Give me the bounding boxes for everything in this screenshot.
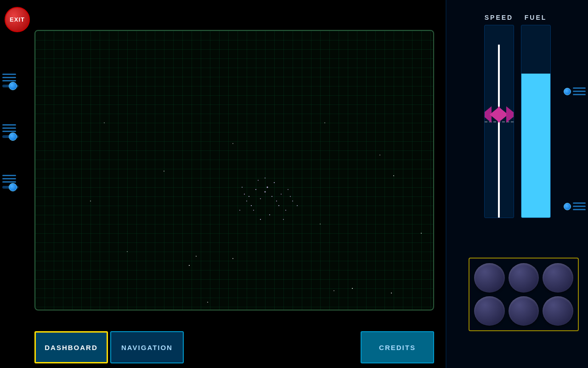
svg-point-26 bbox=[246, 201, 247, 201]
r-line-1 bbox=[573, 87, 586, 89]
slider-track-mid[interactable] bbox=[2, 135, 18, 138]
slider-track-top[interactable] bbox=[2, 85, 18, 87]
svg-point-44 bbox=[127, 251, 128, 252]
slider-knob-bot[interactable] bbox=[9, 183, 17, 191]
svg-point-40 bbox=[232, 258, 233, 259]
svg-point-3 bbox=[232, 143, 233, 144]
svg-point-11 bbox=[352, 288, 353, 289]
right-knob-top[interactable] bbox=[564, 88, 571, 95]
r-line-4 bbox=[573, 202, 586, 204]
slider-knob-row-top[interactable] bbox=[2, 85, 18, 87]
r-line-6 bbox=[573, 209, 586, 210]
r-line-5 bbox=[573, 206, 586, 207]
svg-point-19 bbox=[281, 194, 282, 195]
svg-point-34 bbox=[297, 205, 298, 206]
svg-point-17 bbox=[276, 201, 277, 201]
right-slider-top bbox=[564, 87, 588, 95]
right-lines-top bbox=[573, 87, 586, 95]
svg-point-30 bbox=[265, 178, 266, 178]
svg-point-5 bbox=[393, 175, 394, 176]
svg-point-28 bbox=[274, 182, 275, 183]
speed-arrows bbox=[484, 106, 514, 123]
speed-gauge-bar bbox=[484, 25, 514, 218]
svg-point-25 bbox=[260, 219, 261, 220]
svg-point-12 bbox=[265, 191, 266, 193]
right-lines-bottom bbox=[573, 202, 586, 210]
svg-point-14 bbox=[255, 189, 256, 190]
right-panel: SPEED FUEL bbox=[446, 0, 588, 368]
svg-point-20 bbox=[288, 189, 288, 190]
left-slider-mid bbox=[2, 124, 18, 138]
svg-point-9 bbox=[334, 290, 334, 291]
r-line-2 bbox=[573, 91, 586, 92]
fuel-gauge-bar bbox=[521, 25, 551, 218]
fuel-label: FUEL bbox=[525, 14, 547, 21]
svg-point-22 bbox=[253, 210, 254, 211]
exit-button[interactable]: EXIT bbox=[5, 7, 30, 32]
svg-point-4 bbox=[164, 171, 164, 172]
buttons-grid bbox=[469, 258, 579, 331]
svg-point-33 bbox=[283, 219, 284, 220]
main-map bbox=[34, 30, 434, 310]
left-slider-top bbox=[2, 74, 18, 87]
svg-point-21 bbox=[249, 196, 249, 197]
slider-line-9 bbox=[2, 181, 16, 183]
svg-point-32 bbox=[258, 180, 259, 181]
svg-point-0 bbox=[104, 122, 105, 123]
grid-btn-5[interactable] bbox=[509, 296, 539, 326]
credits-button[interactable]: CREDITS bbox=[361, 331, 434, 363]
svg-point-13 bbox=[260, 198, 261, 199]
svg-point-41 bbox=[189, 265, 190, 266]
svg-point-29 bbox=[244, 194, 245, 195]
svg-point-16 bbox=[267, 187, 268, 188]
svg-point-43 bbox=[421, 233, 422, 234]
star-field bbox=[35, 31, 433, 310]
svg-point-35 bbox=[239, 210, 240, 211]
slider-line-8 bbox=[2, 178, 16, 179]
speed-gauge-container: SPEED bbox=[484, 14, 514, 218]
grid-btn-3[interactable] bbox=[543, 263, 573, 293]
grid-btn-6[interactable] bbox=[543, 296, 573, 326]
bottom-nav: DASHBOARD NAVIGATION CREDITS bbox=[34, 329, 434, 366]
svg-point-8 bbox=[196, 256, 197, 257]
slider-line-2 bbox=[2, 77, 16, 78]
slider-line-7 bbox=[2, 175, 16, 176]
right-slider-bottom bbox=[564, 202, 588, 210]
gauges-row: SPEED FUEL bbox=[484, 14, 551, 218]
slider-line-3 bbox=[2, 80, 16, 81]
svg-point-10 bbox=[391, 293, 392, 293]
right-knob-bottom[interactable] bbox=[564, 203, 571, 210]
svg-point-37 bbox=[242, 187, 243, 188]
dashboard-button[interactable]: DASHBOARD bbox=[34, 331, 108, 363]
svg-point-42 bbox=[320, 224, 321, 224]
svg-point-27 bbox=[278, 205, 279, 206]
left-controls bbox=[0, 74, 28, 189]
slider-knob-row-bot[interactable] bbox=[2, 186, 18, 189]
grid-btn-4[interactable] bbox=[474, 296, 505, 326]
fuel-gauge-container: FUEL bbox=[521, 14, 551, 218]
left-slider-bottom bbox=[2, 175, 18, 189]
grid-btn-2[interactable] bbox=[509, 263, 539, 293]
slider-lines-top bbox=[2, 74, 18, 81]
slider-knob-top[interactable] bbox=[9, 82, 17, 90]
grid-btn-1[interactable] bbox=[474, 263, 505, 293]
speed-fill bbox=[498, 45, 500, 218]
slider-line-1 bbox=[2, 74, 16, 75]
svg-point-36 bbox=[292, 201, 293, 201]
slider-line-6 bbox=[2, 131, 16, 132]
svg-point-15 bbox=[271, 196, 272, 197]
svg-point-24 bbox=[269, 214, 270, 215]
slider-knob-mid[interactable] bbox=[9, 132, 17, 141]
svg-point-1 bbox=[324, 122, 325, 123]
svg-point-23 bbox=[285, 210, 286, 211]
slider-lines-bot bbox=[2, 175, 18, 183]
slider-line-4 bbox=[2, 124, 16, 126]
slider-lines-mid bbox=[2, 124, 18, 132]
slider-track-bot[interactable] bbox=[2, 186, 18, 189]
arrow-right-2 bbox=[506, 106, 514, 123]
svg-point-38 bbox=[207, 302, 208, 303]
navigation-button[interactable]: NAVIGATION bbox=[110, 331, 184, 363]
slider-line-5 bbox=[2, 127, 16, 129]
slider-knob-row-mid[interactable] bbox=[2, 135, 18, 138]
svg-point-18 bbox=[251, 205, 252, 206]
